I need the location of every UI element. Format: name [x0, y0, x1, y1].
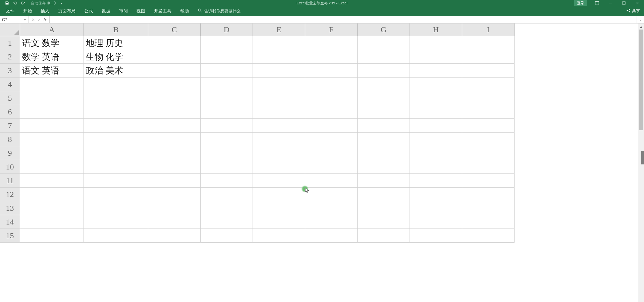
- cell[interactable]: [410, 160, 462, 174]
- cell[interactable]: [462, 119, 515, 133]
- tab-developer[interactable]: 开发工具: [150, 6, 176, 16]
- share-button[interactable]: 共享: [626, 8, 640, 14]
- cell[interactable]: [148, 78, 201, 91]
- cell[interactable]: [84, 174, 148, 188]
- undo-icon[interactable]: [13, 1, 17, 5]
- cell[interactable]: [462, 174, 515, 188]
- cell[interactable]: [462, 64, 515, 78]
- cell[interactable]: [84, 78, 148, 91]
- cell[interactable]: [253, 133, 305, 146]
- row-header[interactable]: 2: [0, 50, 20, 64]
- cell[interactable]: [201, 201, 253, 215]
- cell[interactable]: [305, 78, 358, 91]
- cell[interactable]: [201, 188, 253, 201]
- cell[interactable]: [253, 174, 305, 188]
- cell[interactable]: [305, 215, 358, 229]
- row-header[interactable]: 3: [0, 64, 20, 78]
- cell[interactable]: [462, 215, 515, 229]
- cell[interactable]: [148, 229, 201, 243]
- cell[interactable]: [84, 188, 148, 201]
- cell[interactable]: [148, 64, 201, 78]
- minimize-icon[interactable]: ─: [604, 0, 617, 6]
- scroll-thumb[interactable]: [639, 30, 643, 130]
- cell[interactable]: [253, 229, 305, 243]
- tab-home[interactable]: 开始: [19, 6, 36, 16]
- autosave-toggle[interactable]: 自动保存: [31, 1, 56, 6]
- cell[interactable]: [148, 146, 201, 160]
- cell[interactable]: [201, 229, 253, 243]
- cell[interactable]: [462, 201, 515, 215]
- cell[interactable]: [20, 146, 84, 160]
- redo-icon[interactable]: [21, 1, 25, 5]
- cell[interactable]: [305, 174, 358, 188]
- cell[interactable]: [148, 119, 201, 133]
- cell[interactable]: [20, 91, 84, 105]
- cell[interactable]: [20, 174, 84, 188]
- cell[interactable]: [148, 174, 201, 188]
- cell[interactable]: 语文 数学: [20, 36, 84, 50]
- vertical-scrollbar[interactable]: ▲: [638, 23, 644, 302]
- cell[interactable]: [253, 188, 305, 201]
- cell[interactable]: [201, 133, 253, 146]
- close-icon[interactable]: ✕: [631, 0, 644, 6]
- cell[interactable]: [148, 91, 201, 105]
- cell[interactable]: [410, 146, 462, 160]
- cell[interactable]: [148, 188, 201, 201]
- cell[interactable]: [358, 119, 410, 133]
- cell[interactable]: [410, 91, 462, 105]
- cell[interactable]: [410, 64, 462, 78]
- cell[interactable]: [20, 201, 84, 215]
- cell[interactable]: [253, 36, 305, 50]
- cell[interactable]: [84, 201, 148, 215]
- cell[interactable]: [201, 50, 253, 64]
- cell[interactable]: [253, 78, 305, 91]
- cell[interactable]: [410, 188, 462, 201]
- tab-insert[interactable]: 插入: [36, 6, 54, 16]
- cell[interactable]: [253, 105, 305, 119]
- cell[interactable]: [253, 201, 305, 215]
- cell[interactable]: [20, 119, 84, 133]
- cell[interactable]: [253, 160, 305, 174]
- cell[interactable]: [201, 91, 253, 105]
- cell[interactable]: [358, 64, 410, 78]
- cell[interactable]: 生物 化学: [84, 50, 148, 64]
- cell[interactable]: [305, 133, 358, 146]
- cell[interactable]: [410, 36, 462, 50]
- cell[interactable]: [358, 215, 410, 229]
- row-header[interactable]: 12: [0, 188, 20, 201]
- cell[interactable]: [148, 50, 201, 64]
- cell[interactable]: [201, 174, 253, 188]
- cell[interactable]: [462, 133, 515, 146]
- formula-bar-expand-icon[interactable]: ⌄: [637, 16, 644, 23]
- cell[interactable]: [305, 64, 358, 78]
- row-header[interactable]: 15: [0, 229, 20, 243]
- cell[interactable]: [305, 201, 358, 215]
- column-header[interactable]: C: [148, 23, 201, 36]
- cell[interactable]: [305, 105, 358, 119]
- enter-icon[interactable]: ✓: [38, 17, 41, 22]
- cell[interactable]: [84, 160, 148, 174]
- cell[interactable]: [462, 160, 515, 174]
- cell[interactable]: [253, 215, 305, 229]
- row-header[interactable]: 14: [0, 215, 20, 229]
- cell[interactable]: [305, 146, 358, 160]
- cell[interactable]: [410, 78, 462, 91]
- row-header[interactable]: 9: [0, 146, 20, 160]
- cell[interactable]: [201, 105, 253, 119]
- column-header[interactable]: D: [201, 23, 253, 36]
- cell[interactable]: [462, 36, 515, 50]
- login-button[interactable]: 登录: [574, 0, 587, 6]
- cell[interactable]: [253, 50, 305, 64]
- cell[interactable]: [462, 146, 515, 160]
- cell[interactable]: [201, 64, 253, 78]
- cell[interactable]: [305, 188, 358, 201]
- scroll-handle-icon[interactable]: [641, 151, 644, 164]
- column-header[interactable]: I: [462, 23, 515, 36]
- name-box[interactable]: C7 ▼: [0, 16, 29, 23]
- tab-data[interactable]: 数据: [97, 6, 115, 16]
- cell[interactable]: [305, 160, 358, 174]
- select-all-corner[interactable]: [0, 23, 20, 36]
- tellme-search[interactable]: 告诉我你想要做什么: [198, 8, 240, 14]
- cell[interactable]: [20, 78, 84, 91]
- row-header[interactable]: 13: [0, 201, 20, 215]
